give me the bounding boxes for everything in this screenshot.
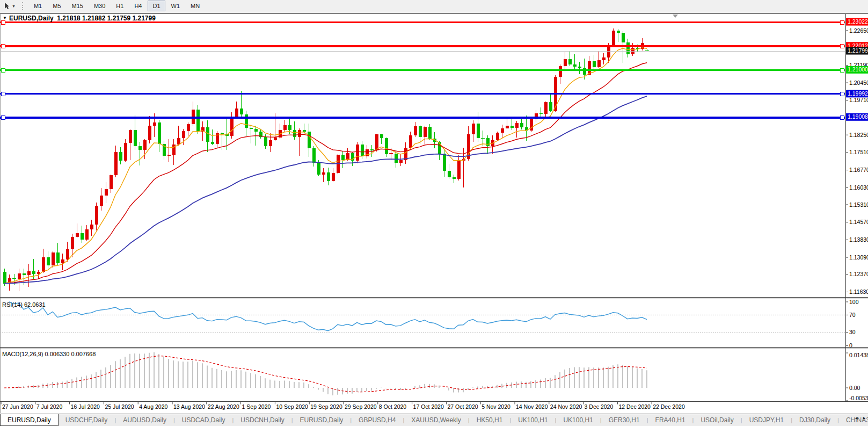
chart-tab-dj30-daily[interactable]: DJ30,Daily bbox=[792, 414, 837, 426]
timeframe-buttons: M1M5M15M30H1H4D1W1MN bbox=[28, 1, 205, 11]
chart-tab-ger30-h1[interactable]: GER30,H1 bbox=[602, 414, 647, 426]
svg-text:22 Dec 2020: 22 Dec 2020 bbox=[653, 403, 685, 410]
svg-text:1.20450: 1.20450 bbox=[849, 80, 868, 86]
chart-tab-usdjpy-h1[interactable]: USDJPY,H1 bbox=[742, 414, 791, 426]
macd-indicator-label: MACD(12,26,9) 0.006330 0.007668 bbox=[2, 351, 96, 357]
svg-text:1.14570: 1.14570 bbox=[849, 219, 868, 225]
svg-text:1.16770: 1.16770 bbox=[849, 167, 868, 173]
svg-text:1.11630: 1.11630 bbox=[849, 288, 868, 295]
timeframe-button-m5[interactable]: M5 bbox=[48, 1, 65, 11]
chart-ohlc-values: 1.21818 1.21882 1.21759 1.21799 bbox=[57, 15, 156, 22]
svg-text:1.19008: 1.19008 bbox=[848, 113, 868, 120]
chart-canvas[interactable] bbox=[0, 14, 845, 402]
rsi-axis: 10070300 bbox=[846, 299, 859, 349]
svg-text:1.13830: 1.13830 bbox=[849, 236, 868, 243]
tab-scroll-right-icon[interactable]: ► bbox=[862, 416, 866, 421]
svg-text:12 Dec 2020: 12 Dec 2020 bbox=[618, 403, 651, 410]
svg-text:1.19992: 1.19992 bbox=[848, 90, 868, 97]
svg-text:5 Nov 2020: 5 Nov 2020 bbox=[482, 403, 510, 410]
chart-title: EURUSD,Daily 1.21818 1.21882 1.21759 1.2… bbox=[9, 15, 156, 22]
svg-text:1 Sep 2020: 1 Sep 2020 bbox=[242, 403, 271, 410]
chart-tab-hk50-h1[interactable]: HK50,H1 bbox=[470, 414, 510, 426]
chart-tab-fra40-h1[interactable]: FRA40,H1 bbox=[648, 414, 692, 426]
chart-tab-usdchf-daily[interactable]: USDCHF,Daily bbox=[59, 414, 115, 426]
svg-text:3 Dec 2020: 3 Dec 2020 bbox=[585, 403, 614, 410]
svg-text:8 Oct 2020: 8 Oct 2020 bbox=[379, 403, 407, 410]
cursor-arrow-icon bbox=[4, 3, 10, 10]
svg-text:0: 0 bbox=[849, 342, 852, 349]
svg-text:30: 30 bbox=[849, 329, 856, 335]
svg-text:-0.00539: -0.00539 bbox=[849, 395, 868, 401]
chart-tab-eurusd-daily[interactable]: EURUSD,Daily bbox=[293, 414, 351, 426]
rsi-indicator-label: RSI(14) 62.0631 bbox=[2, 301, 46, 308]
chart-tab-xauusd-weekly[interactable]: XAUUSD,Weekly bbox=[404, 414, 468, 426]
svg-text:22 Aug 2020: 22 Aug 2020 bbox=[208, 403, 239, 410]
svg-text:16 Jul 2020: 16 Jul 2020 bbox=[71, 403, 100, 410]
svg-text:19 Sep 2020: 19 Sep 2020 bbox=[310, 403, 342, 410]
timeframe-button-m30[interactable]: M30 bbox=[89, 1, 110, 11]
svg-text:14 Nov 2020: 14 Nov 2020 bbox=[516, 403, 548, 410]
svg-text:27 Jun 2020: 27 Jun 2020 bbox=[2, 403, 33, 410]
svg-text:1.12370: 1.12370 bbox=[849, 271, 868, 277]
svg-text:10 Sep 2020: 10 Sep 2020 bbox=[276, 403, 308, 410]
timeframe-button-m1[interactable]: M1 bbox=[29, 1, 47, 11]
svg-text:27 Oct 2020: 27 Oct 2020 bbox=[447, 403, 478, 410]
chart-symbol-period: EURUSD,Daily bbox=[9, 15, 54, 22]
chart-tab-uk100-h1[interactable]: UK100,H1 bbox=[556, 414, 600, 426]
svg-text:0.00: 0.00 bbox=[849, 385, 860, 391]
svg-text:1.15310: 1.15310 bbox=[849, 201, 868, 208]
svg-text:0.014384: 0.014384 bbox=[849, 352, 868, 358]
svg-text:24 Nov 2020: 24 Nov 2020 bbox=[550, 403, 582, 410]
svg-text:1.23022: 1.23022 bbox=[848, 18, 868, 25]
svg-text:1.19710: 1.19710 bbox=[849, 97, 868, 103]
chart-tab-usdcad-daily[interactable]: USDCAD,Daily bbox=[175, 414, 232, 426]
tab-scroll-left-icon[interactable]: ◄ bbox=[854, 416, 858, 421]
timeframe-button-w1[interactable]: W1 bbox=[166, 1, 185, 11]
svg-text:17 Oct 2020: 17 Oct 2020 bbox=[413, 403, 444, 410]
macd-axis: 0.0143840.00-0.00539 bbox=[846, 352, 868, 401]
svg-text:29 Sep 2020: 29 Sep 2020 bbox=[345, 403, 377, 410]
svg-text:1.13090: 1.13090 bbox=[849, 254, 868, 261]
date-axis: 27 Jun 20207 Jul 202016 Jul 202025 Jul 2… bbox=[1, 402, 685, 410]
chart-tab-gbpusd-h4[interactable]: GBPUSD,H4 bbox=[352, 414, 403, 426]
chart-tab-eurusd-daily[interactable]: EURUSD,Daily bbox=[0, 414, 59, 426]
symbol-dropdown-icon[interactable]: ▼ bbox=[3, 16, 7, 20]
svg-text:1.16030: 1.16030 bbox=[849, 184, 868, 191]
toolbar: ▼ M1M5M15M30H1H4D1W1MN bbox=[0, 0, 868, 12]
tab-list: EURUSD,DailyUSDCHF,Daily|AUDUSD,Daily|US… bbox=[0, 414, 868, 426]
timeframe-button-mn[interactable]: MN bbox=[186, 1, 205, 11]
svg-text:70: 70 bbox=[849, 312, 856, 318]
chart-tab-usdcnh-daily[interactable]: USDCNH,Daily bbox=[234, 414, 291, 426]
svg-text:1.21000: 1.21000 bbox=[848, 66, 868, 73]
timeframe-button-d1[interactable]: D1 bbox=[148, 1, 165, 11]
chart-tab-bar: EURUSD,DailyUSDCHF,Daily|AUDUSD,Daily|US… bbox=[0, 414, 868, 426]
svg-text:1.22650: 1.22650 bbox=[849, 27, 868, 34]
timeframe-button-h1[interactable]: H1 bbox=[111, 1, 128, 11]
chart-tab-uk100-h1[interactable]: UK100,H1 bbox=[511, 414, 555, 426]
chart-tab-usoil-daily[interactable]: USOil,Daily bbox=[694, 414, 740, 426]
svg-text:100: 100 bbox=[849, 299, 859, 305]
toolbar-grip[interactable] bbox=[22, 2, 23, 10]
chart-tab-audusd-daily[interactable]: AUDUSD,Daily bbox=[116, 414, 173, 426]
cursor-tool-button[interactable]: ▼ bbox=[0, 2, 19, 11]
tab-scroll-buttons: ◄ ► bbox=[854, 416, 866, 421]
timeframe-button-h4[interactable]: H4 bbox=[129, 1, 147, 11]
svg-text:4 Aug 2020: 4 Aug 2020 bbox=[139, 403, 167, 410]
svg-text:7 Jul 2020: 7 Jul 2020 bbox=[37, 403, 63, 410]
timeframe-button-m15[interactable]: M15 bbox=[67, 1, 88, 11]
svg-text:1.18250: 1.18250 bbox=[849, 132, 868, 138]
svg-text:1.21799: 1.21799 bbox=[848, 47, 868, 54]
chevron-down-icon[interactable]: ▼ bbox=[12, 4, 16, 8]
svg-text:13 Aug 2020: 13 Aug 2020 bbox=[173, 403, 205, 410]
svg-text:25 Jul 2020: 25 Jul 2020 bbox=[105, 403, 134, 410]
svg-text:1.17510: 1.17510 bbox=[849, 149, 868, 155]
